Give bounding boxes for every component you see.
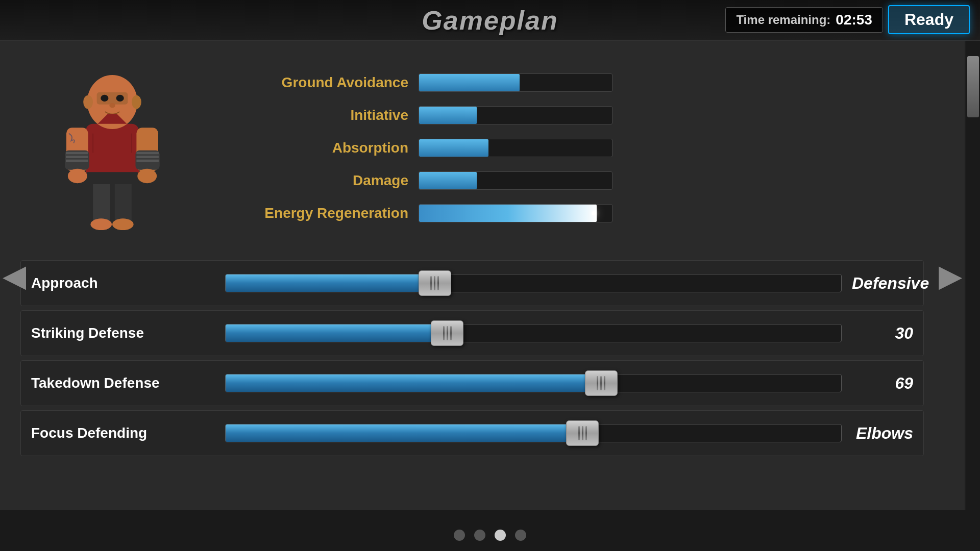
slider-fill bbox=[226, 374, 595, 392]
stat-bar-fill bbox=[419, 172, 477, 189]
stat-label: Absorption bbox=[235, 140, 408, 156]
slider-row: Striking Defense30 bbox=[20, 310, 924, 356]
handle-grip-line bbox=[585, 426, 587, 440]
timer-value: 02:53 bbox=[836, 12, 872, 28]
slider-value: Defensive bbox=[852, 274, 913, 293]
slider-track[interactable] bbox=[225, 324, 842, 342]
character-svg bbox=[41, 56, 184, 240]
svg-point-2 bbox=[90, 218, 112, 230]
svg-point-3 bbox=[112, 218, 134, 230]
page-title: Gameplan bbox=[422, 5, 558, 36]
slider-handle[interactable] bbox=[566, 420, 599, 446]
slider-name: Takedown Defense bbox=[31, 375, 215, 391]
stat-label: Ground Avoidance bbox=[235, 74, 408, 91]
stat-bar-fill bbox=[419, 107, 477, 124]
stat-bar-container bbox=[419, 171, 612, 190]
slider-value: 30 bbox=[852, 324, 913, 343]
svg-rect-15 bbox=[136, 160, 159, 162]
main-content: Ground AvoidanceInitiativeAbsorptionDama… bbox=[0, 41, 965, 510]
ready-button[interactable]: Ready bbox=[888, 5, 970, 34]
handle-grip-line bbox=[434, 276, 435, 290]
scrollbar-thumb[interactable] bbox=[967, 56, 979, 117]
top-bar: Gameplan Time remaining: 02:53 Ready bbox=[0, 0, 980, 41]
svg-point-22 bbox=[116, 95, 124, 102]
slider-track[interactable] bbox=[225, 424, 842, 442]
stat-row: Energy Regeneration bbox=[235, 204, 944, 222]
handle-grip-line bbox=[430, 276, 432, 290]
slider-handle[interactable] bbox=[431, 320, 463, 346]
svg-point-21 bbox=[101, 95, 108, 102]
pagination-dot[interactable] bbox=[495, 530, 506, 541]
handle-grip-line bbox=[450, 326, 452, 340]
handle-grip-line bbox=[582, 426, 583, 440]
nav-arrow-left[interactable]: ◀ bbox=[3, 258, 26, 293]
stat-row: Damage bbox=[235, 171, 944, 190]
stat-bar-fill bbox=[419, 205, 597, 222]
svg-point-24 bbox=[83, 95, 93, 109]
svg-rect-8 bbox=[66, 152, 88, 155]
handle-grip-line bbox=[443, 326, 445, 340]
stat-bar-container bbox=[419, 73, 612, 92]
slider-name: Focus Defending bbox=[31, 425, 215, 441]
stat-bar-container bbox=[419, 204, 612, 222]
svg-point-25 bbox=[132, 95, 141, 109]
handle-grip-line bbox=[437, 276, 439, 290]
svg-point-16 bbox=[68, 169, 87, 183]
stat-label: Initiative bbox=[235, 107, 408, 123]
timer-group: Time remaining: 02:53 bbox=[725, 7, 883, 33]
pagination-dot[interactable] bbox=[454, 530, 465, 541]
slider-track[interactable] bbox=[225, 274, 842, 292]
stat-bar-container bbox=[419, 139, 612, 157]
pagination-dot[interactable] bbox=[515, 530, 526, 541]
slider-value: 69 bbox=[852, 374, 913, 393]
slider-row: Takedown Defense69 bbox=[20, 360, 924, 406]
slider-row: Focus DefendingElbows bbox=[20, 410, 924, 456]
character-figure bbox=[41, 56, 184, 240]
pagination-dot[interactable] bbox=[474, 530, 485, 541]
pagination bbox=[454, 530, 526, 541]
slider-value: Elbows bbox=[852, 424, 913, 443]
handle-grip-line bbox=[447, 326, 448, 340]
handle-grip-line bbox=[600, 376, 602, 390]
slider-handle[interactable] bbox=[585, 370, 618, 396]
stat-bar-fill bbox=[419, 74, 520, 91]
stat-row: Ground Avoidance bbox=[235, 73, 944, 92]
stat-bar-container bbox=[419, 106, 612, 124]
slider-name: Approach bbox=[31, 275, 215, 291]
scrollbar-track[interactable] bbox=[966, 41, 980, 510]
svg-rect-9 bbox=[66, 156, 88, 158]
nav-arrow-right[interactable]: ▶ bbox=[939, 258, 962, 293]
sliders-section: ApproachDefensiveStriking Defense30Taked… bbox=[0, 255, 965, 510]
timer-label: Time remaining: bbox=[736, 13, 830, 27]
stat-row: Initiative bbox=[235, 106, 944, 124]
stat-bar-fill bbox=[419, 139, 488, 157]
stat-label: Damage bbox=[235, 172, 408, 189]
handle-grip-line bbox=[604, 376, 605, 390]
stats-area: Ground AvoidanceInitiativeAbsorptionDama… bbox=[204, 51, 944, 245]
slider-row: ApproachDefensive bbox=[20, 260, 924, 306]
svg-point-17 bbox=[137, 169, 157, 183]
timer-section: Time remaining: 02:53 Ready bbox=[725, 5, 970, 34]
svg-point-23 bbox=[109, 103, 115, 108]
stat-row: Absorption bbox=[235, 139, 944, 157]
svg-rect-10 bbox=[66, 160, 88, 162]
slider-name: Striking Defense bbox=[31, 325, 215, 341]
handle-grip-line bbox=[597, 376, 598, 390]
svg-rect-13 bbox=[136, 152, 159, 155]
stat-label: Energy Regeneration bbox=[235, 205, 408, 221]
slider-handle[interactable] bbox=[419, 270, 451, 296]
character-area bbox=[20, 51, 204, 245]
svg-rect-14 bbox=[136, 156, 159, 158]
handle-grip-line bbox=[578, 426, 580, 440]
slider-fill bbox=[226, 424, 576, 442]
svg-rect-5 bbox=[86, 172, 139, 184]
slider-fill bbox=[226, 324, 441, 342]
top-section: Ground AvoidanceInitiativeAbsorptionDama… bbox=[0, 41, 965, 255]
slider-fill bbox=[226, 274, 429, 292]
slider-track[interactable] bbox=[225, 374, 842, 392]
